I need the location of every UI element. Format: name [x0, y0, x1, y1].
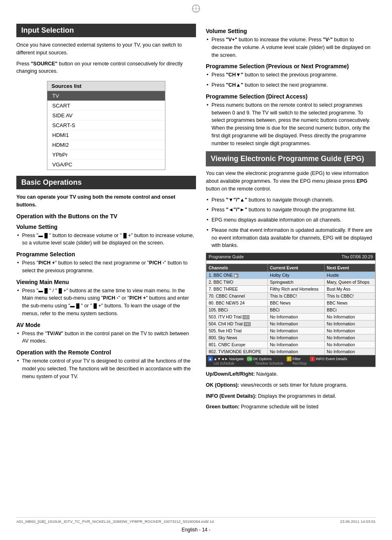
next-event-cell: BBCi: [325, 307, 375, 314]
ok-options-label: OK Options: [253, 357, 272, 361]
epg-date: Thu 07/06 20:29: [342, 254, 373, 259]
epg-col-current: Current Event: [267, 264, 324, 272]
channel-cell: 504. Ch4 HD Trial HD: [207, 320, 268, 327]
volume-setting-title-right: Volume Setting: [206, 28, 376, 34]
left-column: Input Selection Once you have connected …: [16, 24, 196, 414]
next-event-cell: Hustle: [325, 272, 375, 279]
current-event-cell: No Information: [267, 314, 324, 320]
current-event-cell: This Is CBBC!: [267, 293, 324, 300]
next-event-cell: Mary, Queen of Shops: [325, 279, 375, 286]
channel-cell: 801. CNBC Europe: [207, 341, 268, 348]
source-item-tv[interactable]: TV: [47, 91, 165, 101]
source-item-ypbpr[interactable]: YPbPr: [47, 150, 165, 160]
av-mode-bullet: Press the "TV/AV" button in the control …: [16, 330, 196, 345]
volume-setting-section: Volume Setting Press "V+" button to incr…: [206, 28, 376, 59]
table-row[interactable]: 504. Ch4 HD Trial HD No Information No I…: [207, 320, 375, 327]
epg-toolbar-item-filter[interactable]: F Filter Rec/Stop: [287, 356, 307, 365]
table-row[interactable]: 1. BBC ONE ▶ Holby City Hustle: [207, 272, 375, 279]
op-buttons-title: Operation with the Buttons on the TV: [16, 213, 196, 220]
prog-sel-prev-next-title: Programme Selection (Previous or Next Pr…: [206, 63, 376, 69]
sources-list-header: Sources list: [47, 81, 165, 91]
channel-cell: 105. BBCi: [207, 307, 268, 314]
current-event-cell: No Information: [267, 327, 324, 334]
channel-cell: 2. BBC TWO: [207, 279, 268, 286]
source-item-side-av[interactable]: SIDE AV: [47, 111, 165, 121]
prog-sel-prev-bullet: Press "CH▼" button to select the previou…: [206, 71, 376, 79]
channel-cell: 80. BBC NEWS 24: [207, 300, 268, 307]
epg-table-header-row: Channels Current Event Next Event: [207, 264, 375, 272]
epg-bullet-auto-update: Please note that event information is up…: [206, 226, 376, 249]
epg-bullet-all-channels: EPG menu displays available information …: [206, 216, 376, 224]
input-body2-pre: Press: [16, 61, 31, 67]
epg-table-container: Programme Guide Thu 07/06 20:29 Channels…: [206, 253, 376, 367]
channel-cell: 1. BBC ONE ▶: [207, 272, 268, 279]
table-row[interactable]: 503. ITV HD Trial HD No Information No I…: [207, 314, 375, 320]
prog-sel-prev-next-section: Programme Selection (Previous or Next Pr…: [206, 63, 376, 89]
table-row[interactable]: 105. BBCi BBCi BBCi: [207, 307, 375, 314]
vs-mid: button to increase the volume. Press: [237, 37, 323, 43]
input-selection-section: Input Selection Once you have connected …: [16, 24, 196, 170]
channel-cell: 7. BBC THREE: [207, 286, 268, 293]
channel-cell: 800. Sky News: [207, 334, 268, 341]
source-item-scart[interactable]: SCART: [47, 101, 165, 111]
current-event-cell: No Information: [267, 341, 324, 348]
av-mode-title: AV Mode: [16, 322, 196, 328]
next-event-cell: No Information: [325, 334, 375, 341]
source-item-scart-s[interactable]: SCART-S: [47, 121, 165, 130]
epg-toolbar-item-info[interactable]: i INFO Event Details: [310, 356, 347, 365]
compass-icon-top: [192, 4, 200, 13]
blue-icon: ▲: [208, 356, 213, 361]
yellow-icon: F: [287, 356, 292, 361]
epg-bullet-navigate-list: Press "◄"/"►" buttons to navigate throug…: [206, 206, 376, 214]
table-row[interactable]: 800. Sky News No Information No Informat…: [207, 334, 375, 341]
source-item-hdmi1[interactable]: HDMI1: [47, 130, 165, 140]
table-row[interactable]: 70. CBBC Channel This Is CBBC! This Is C…: [207, 293, 375, 300]
right-column: Volume Setting Press "V+" button to incr…: [206, 24, 376, 414]
table-row[interactable]: 80. BBC NEWS 24 BBC News BBC News: [207, 300, 375, 307]
epg-table-header-bar: Programme Guide Thu 07/06 20:29: [206, 253, 375, 260]
input-selection-body2: Press "SOURCE" button on your remote con…: [16, 60, 196, 76]
current-event-cell: Filthy Rich and Homeless: [267, 286, 324, 293]
source-item-vga-pc[interactable]: VGA/PC: [47, 160, 165, 170]
viewing-main-menu-title: Viewing Main Menu: [16, 279, 196, 285]
current-event-cell: No Information: [267, 334, 324, 341]
input-selection-title: Input Selection: [16, 24, 196, 37]
next-event-cell: Bust My Ass: [325, 286, 375, 293]
channel-cell: 802. TV5MONDE EUROPE: [207, 348, 268, 355]
prog-selection-bullet: Press "P/CH +" button to select the next…: [16, 259, 196, 275]
next-event-cell: No Information: [325, 320, 375, 327]
ok-text: OK (Options): views/records or sets time…: [206, 381, 376, 389]
channel-cell: 505. five HD Trial: [207, 327, 268, 334]
epg-toolbar: ▲ ▲▼◄► Navigate List Schedule OK OK Opti…: [206, 355, 375, 367]
table-row[interactable]: 801. CNBC Europe No Information No Infor…: [207, 341, 375, 348]
epg-toolbar-item-navigate[interactable]: ▲ ▲▼◄► Navigate List Schedule: [208, 356, 244, 365]
sources-list-box: Sources list TV SCART SIDE AV SCART-S HD…: [47, 81, 165, 170]
footer-bar: A01_MB60_[GB]_1910UK_IDTV_TC_PVR_NICKEL1…: [16, 517, 376, 524]
table-row[interactable]: 505. five HD Trial No Information No Inf…: [207, 327, 375, 334]
channel-cell: 503. ITV HD Trial HD: [207, 314, 268, 320]
current-event-cell: Holby City: [267, 272, 324, 279]
prog-sel-direct-title: Programme Selection (Direct Access): [206, 93, 376, 100]
table-row[interactable]: 2. BBC TWO Springwatch Mary, Queen of Sh…: [207, 279, 375, 286]
current-event-cell: Springwatch: [267, 279, 324, 286]
epg-table: Channels Current Event Next Event 1. BBC…: [206, 264, 375, 355]
green-button-text: Green button: Programme schedule will be…: [206, 403, 376, 411]
prog-sel-direct-section: Programme Selection (Direct Access) Pres…: [206, 93, 376, 148]
epg-title: Viewing Electronic Programme Guide (EPG): [206, 151, 376, 166]
epg-toolbar-item-ok[interactable]: OK OK Options Timeline Schedule: [247, 356, 284, 365]
source-item-hdmi2[interactable]: HDMI2: [47, 140, 165, 150]
timeline-schedule-label: Timeline Schedule: [255, 361, 284, 365]
table-row[interactable]: 802. TV5MONDE EUROPE No Information No I…: [207, 348, 375, 355]
next-event-cell: No Information: [325, 341, 375, 348]
op-remote-bullet: The remote control of your TV is designe…: [16, 357, 196, 380]
svg-point-1: [195, 8, 197, 9]
basic-operations-section: Basic Operations You can operate your TV…: [16, 176, 196, 380]
next-event-cell: No Information: [325, 348, 375, 355]
table-row[interactable]: 7. BBC THREE Filthy Rich and Homeless Bu…: [207, 286, 375, 293]
programme-guide-label: Programme Guide: [209, 254, 244, 259]
page-footer: English - 14 -: [0, 527, 392, 533]
prog-sel-direct-bullet: Press numeric buttons on the remote cont…: [206, 101, 376, 148]
up-down-text: Up/Down/Left/Right: Navigate.: [206, 370, 376, 378]
current-event-cell: BBCi: [267, 307, 324, 314]
vs-bold1: "V+": [226, 37, 237, 43]
